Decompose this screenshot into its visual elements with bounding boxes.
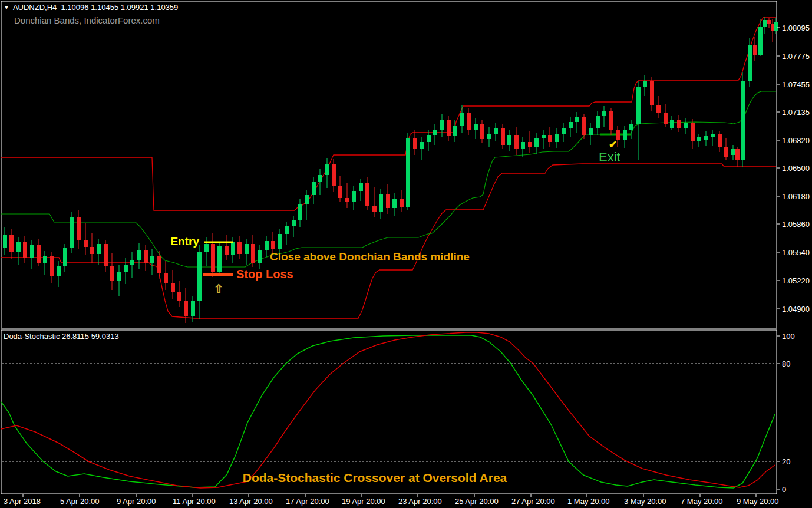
candle-body: [345, 198, 349, 202]
candle-body: [3, 235, 7, 248]
candle-body: [562, 128, 566, 134]
candle-body: [582, 117, 586, 135]
candle-body: [753, 45, 757, 55]
candle-body: [697, 137, 701, 141]
candle-body: [171, 283, 175, 292]
candle-body: [735, 149, 740, 160]
candle-body: [596, 116, 600, 128]
time-axis-label: 3 Apr 2018: [4, 497, 41, 506]
candle-body: [110, 266, 114, 281]
donchian-upper-band: [1, 17, 776, 210]
candle-body: [70, 217, 74, 248]
candle-body: [748, 45, 752, 81]
time-axis-label: 1 May 20:00: [567, 497, 610, 506]
candle-body: [124, 265, 128, 272]
time-axis-label: 3 May 20:00: [624, 497, 666, 506]
time-axis-label: 11 Apr 20:00: [173, 497, 216, 506]
chevron-down-icon[interactable]: ▼: [4, 4, 9, 11]
price-axis-label: 1.07135: [782, 108, 810, 117]
candle-body: [352, 191, 356, 202]
candle-body: [656, 105, 661, 113]
candle-body: [312, 182, 316, 195]
price-axis-label: 1.06820: [782, 136, 810, 145]
up-arrow: ⇧: [214, 282, 224, 295]
stoch-indicator-label: Doda-Stochastic 26.8115 59.0313: [4, 332, 119, 341]
stoch-red: [1, 332, 775, 488]
candle-body: [480, 124, 484, 139]
candle-body: [251, 244, 255, 263]
price-axis-label: 1.05220: [782, 276, 810, 285]
donchian-lower-band: [1, 164, 776, 318]
candle-body: [767, 20, 771, 24]
candle-body: [629, 124, 633, 130]
candle-body: [741, 81, 745, 160]
candle-body: [420, 142, 424, 149]
donchian-midline: [1, 91, 776, 267]
exit-label: Exit: [599, 150, 620, 164]
candle-body: [164, 273, 168, 283]
candle-body: [575, 117, 579, 122]
candle-body: [137, 250, 141, 260]
candle-body: [718, 134, 722, 147]
candle-body: [318, 175, 322, 182]
time-axis-label: 19 Apr 20:00: [342, 497, 385, 506]
candle-body: [211, 244, 215, 272]
candle-body: [609, 111, 613, 130]
candle-body: [704, 136, 708, 140]
candle-body: [184, 301, 188, 316]
candle-body: [157, 256, 161, 273]
price-axis-label: 1.05540: [782, 248, 810, 257]
time-axis-label: 5 Apr 20:00: [60, 497, 100, 506]
candle-body: [365, 183, 369, 206]
candle-body: [30, 245, 34, 258]
chart-canvas[interactable]: 1.080951.077751.074551.071351.068201.065…: [0, 0, 812, 508]
candle-body: [555, 134, 559, 142]
chart-title-bar: ▼AUDNZD,H4 1.10096 1.10455 1.09921 1.103…: [4, 3, 178, 12]
candle-body: [453, 126, 457, 136]
candle-body: [231, 242, 235, 255]
candle-body: [650, 81, 654, 105]
time-axis-label: 7 May 20:00: [681, 497, 723, 506]
candle-body: [670, 120, 674, 128]
candle-body: [292, 220, 296, 226]
candle-body: [602, 111, 606, 116]
candle-body: [447, 120, 451, 136]
candle-body: [636, 87, 641, 124]
candle-body: [406, 138, 410, 207]
mt4-chart-window: 1.080951.077751.074551.071351.068201.065…: [0, 0, 812, 508]
candle-body: [724, 147, 728, 157]
stoch-axis-label: 80: [782, 359, 790, 368]
candle-body: [521, 142, 525, 149]
candle-body: [487, 134, 491, 139]
price-axis-label: 1.06500: [782, 164, 810, 173]
candle-body: [440, 120, 444, 130]
candle-body: [433, 130, 437, 135]
candle-body: [548, 135, 552, 142]
candle-body: [379, 194, 383, 212]
symbol-ohlc-text: AUDNZD,H4 1.10096 1.10455 1.09921 1.1035…: [13, 3, 178, 12]
candle-body: [197, 252, 202, 301]
candle-body: [16, 242, 21, 252]
candle-body: [400, 199, 404, 207]
candle-body: [177, 292, 181, 301]
candle-body: [43, 256, 47, 263]
candle-body: [325, 164, 329, 175]
candle-body: [589, 128, 593, 135]
stoch-note: Doda-Stochastic Crossover at Oversold Ar…: [243, 471, 507, 484]
candle-body: [427, 135, 431, 142]
price-axis-label: 1.06180: [782, 192, 810, 201]
candle-body: [63, 248, 67, 266]
candle-body: [37, 245, 41, 263]
candle-body: [763, 20, 767, 27]
candle-body: [372, 206, 377, 212]
candle-body: [507, 135, 511, 145]
time-axis-label: 25 Apr 20:00: [455, 497, 499, 506]
candle-body: [392, 199, 397, 208]
candle-body: [643, 81, 647, 87]
candle-body: [501, 128, 505, 145]
entry-label: Entry: [170, 235, 199, 248]
candle-body: [130, 260, 134, 265]
candle-body: [664, 113, 668, 124]
price-axis-label: 1.05860: [782, 220, 810, 229]
stoch-green: [1, 335, 775, 488]
